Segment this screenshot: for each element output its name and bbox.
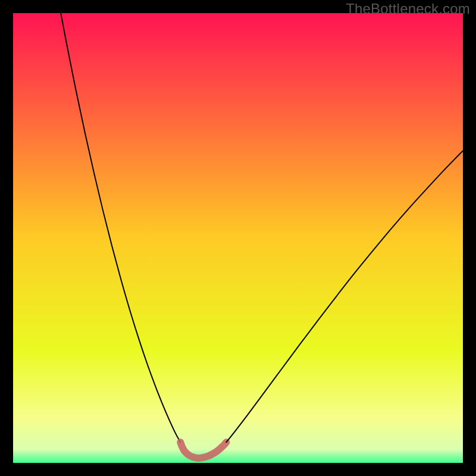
plot-background (13, 13, 463, 463)
chart-stage: TheBottleneck.com (0, 0, 476, 476)
chart-plot (13, 13, 463, 463)
watermark-text: TheBottleneck.com (346, 1, 470, 17)
